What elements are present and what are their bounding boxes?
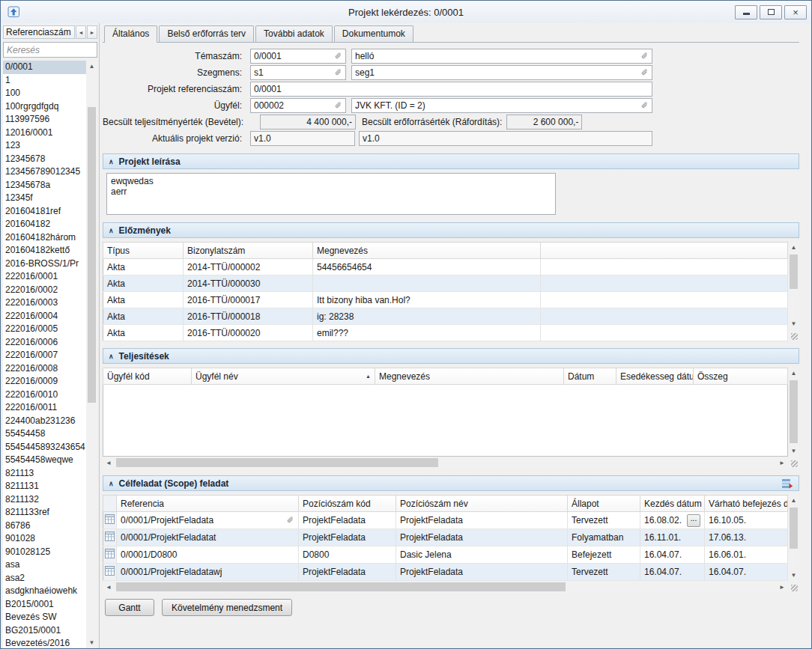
list-item[interactable]: 12016/0001 xyxy=(3,127,86,140)
celfeladat-hscrollbar[interactable]: ◄ ► xyxy=(103,581,788,593)
resize-grip[interactable] xyxy=(788,581,799,593)
maximize-button[interactable] xyxy=(760,5,782,19)
column-header[interactable]: Megnevezés xyxy=(313,243,541,259)
scroll-up-icon[interactable]: ▲ xyxy=(788,368,799,379)
scrollbar-thumb[interactable] xyxy=(790,380,798,443)
column-header[interactable]: Pozíciószám név xyxy=(396,496,568,512)
resize-grip[interactable] xyxy=(788,329,799,341)
detail-grid-icon[interactable] xyxy=(105,516,115,526)
list-item[interactable]: 222016/0011 xyxy=(3,401,86,415)
table-row[interactable]: Akta 2016-TTÜ/000018 ig: 28238 xyxy=(103,308,788,325)
verzio-field-2[interactable]: v1.0 xyxy=(359,131,652,146)
scrollbar-thumb[interactable] xyxy=(790,508,798,549)
scrollbar-track[interactable] xyxy=(86,72,97,637)
list-item[interactable]: 1 xyxy=(3,74,86,88)
teljesitesek-scrollbar[interactable]: ▲ ▼ xyxy=(788,368,799,469)
list-item[interactable]: 222016/0010 xyxy=(3,389,86,402)
column-header-sorted[interactable]: Ügyfél név ▲ xyxy=(192,368,375,385)
paperclip-icon[interactable] xyxy=(640,69,649,77)
export-grid-icon[interactable] xyxy=(781,478,793,489)
ugyfel-name-field[interactable]: JVK KFT. (ID = 2) xyxy=(351,98,652,113)
list-item[interactable]: 12345f xyxy=(3,192,86,205)
list-item[interactable]: 8211131 xyxy=(3,480,86,493)
list-item[interactable]: 12345678 xyxy=(3,153,86,166)
scroll-up-icon[interactable]: ▲ xyxy=(86,61,97,72)
list-item[interactable]: asa xyxy=(3,558,86,572)
table-row[interactable]: Akta 2016-TTÜ/000017 Itt bizony hiba van… xyxy=(103,292,788,308)
collapse-icon[interactable]: ∧ xyxy=(109,158,114,165)
list-item[interactable]: Bevezetés/2016 xyxy=(3,637,86,648)
list-item[interactable]: 222016/0002 xyxy=(3,284,86,297)
column-scroll-left-button[interactable]: ◄ xyxy=(76,25,86,39)
minimize-button[interactable] xyxy=(735,5,757,19)
gantt-button[interactable]: Gantt xyxy=(105,599,154,616)
column-header[interactable]: Állapot xyxy=(568,496,640,512)
celfeladat-scrollbar[interactable]: ▲ ▼ xyxy=(788,495,799,593)
scroll-left-icon[interactable]: ◄ xyxy=(103,581,115,593)
list-item[interactable]: asdgknhaéiowehk xyxy=(3,585,86,598)
column-header[interactable]: Kezdés dátum xyxy=(640,496,705,512)
column-header[interactable]: Referencia xyxy=(117,496,299,512)
szegmens-name-field[interactable]: seg1 xyxy=(351,65,652,80)
list-item[interactable]: Bevezés SW xyxy=(3,611,86,624)
list-item[interactable]: 222016/0004 xyxy=(3,310,86,323)
kovetelmeny-menedzsment-button[interactable]: Követelmény menedzsment xyxy=(162,599,292,616)
list-item[interactable]: asa2 xyxy=(3,572,86,585)
scroll-right-icon[interactable]: ► xyxy=(776,457,788,469)
table-row[interactable]: Akta 2014-TTÜ/000030 xyxy=(103,275,788,292)
column-header-empty[interactable] xyxy=(541,243,788,259)
scroll-down-icon[interactable]: ▼ xyxy=(788,445,799,457)
paperclip-icon[interactable] xyxy=(640,52,649,61)
tab[interactable]: További adatok xyxy=(255,25,333,42)
paperclip-icon[interactable] xyxy=(334,102,342,110)
column-header[interactable]: Várható befejezés d xyxy=(705,496,788,512)
column-header[interactable]: Esedékesseg dátum xyxy=(616,368,694,385)
temaszam-name-field[interactable]: helló xyxy=(351,49,652,64)
teljesitesek-hscrollbar[interactable]: ◄ ► xyxy=(103,457,788,469)
list-item[interactable]: BG2015/0001 xyxy=(3,624,86,638)
list-item[interactable]: 222016/0007 xyxy=(3,349,86,362)
list-item[interactable]: 8211133ref xyxy=(3,506,86,519)
list-item[interactable]: 55454458 xyxy=(3,427,86,441)
list-item[interactable]: 201604182 xyxy=(3,218,86,231)
section-header-celfeladat[interactable]: ∧ Célfeladat (Scope) feladat xyxy=(103,475,799,491)
paperclip-icon[interactable] xyxy=(640,102,649,110)
list-item[interactable]: 201604182három xyxy=(3,231,86,245)
table-row[interactable]: Akta 2016-TTÜ/000020 emil??? xyxy=(103,325,788,341)
scroll-up-icon[interactable]: ▲ xyxy=(788,242,799,253)
becsult-raforditas-field[interactable]: 2 600 000,- xyxy=(506,115,582,130)
resize-grip[interactable] xyxy=(788,457,799,469)
table-row[interactable]: 0/0001/ProjektFeladatat ProjektFeladata … xyxy=(103,529,788,546)
scrollbar-thumb[interactable] xyxy=(88,107,96,403)
column-header[interactable]: Típus xyxy=(103,243,184,259)
list-item[interactable]: 201604181ref xyxy=(3,205,86,219)
column-header[interactable]: Ügyfél kód xyxy=(103,368,192,385)
detail-grid-icon[interactable] xyxy=(105,567,115,578)
scrollbar-thumb[interactable] xyxy=(116,582,566,591)
list-item[interactable]: 222016/0001 xyxy=(3,270,86,284)
project-description-field[interactable]: ewqwedas aerr xyxy=(106,173,556,215)
detail-grid-icon[interactable] xyxy=(105,533,115,543)
column-header[interactable]: Összeg xyxy=(694,368,788,385)
collapse-icon[interactable]: ∧ xyxy=(109,353,114,360)
table-row[interactable]: 0/0001/ProjektFeladatawj ProjektFeladata… xyxy=(103,564,788,581)
list-item[interactable]: 2016-BROSS/1/Pr xyxy=(3,258,86,271)
list-item[interactable]: 5545445893243654 xyxy=(3,441,86,454)
list-item[interactable]: 224400ab231236 xyxy=(3,415,86,428)
collapse-icon[interactable]: ∧ xyxy=(109,480,114,487)
scrollbar-thumb[interactable] xyxy=(790,255,798,289)
list-item[interactable]: 113997596 xyxy=(3,113,86,127)
paperclip-icon[interactable] xyxy=(334,52,342,61)
ellipsis-button[interactable]: ... xyxy=(687,514,700,527)
scroll-down-icon[interactable]: ▼ xyxy=(788,318,799,329)
scroll-left-icon[interactable]: ◄ xyxy=(103,457,115,469)
becsult-bevetel-field[interactable]: 4 400 000,- xyxy=(260,115,356,130)
szegmens-code-field[interactable]: s1 xyxy=(250,65,346,80)
column-header[interactable]: Pozíciószám kód xyxy=(299,496,396,512)
scroll-down-icon[interactable]: ▼ xyxy=(788,570,799,581)
column-scroll-right-button[interactable]: ► xyxy=(87,25,97,39)
list-item[interactable]: 12345678a xyxy=(3,179,86,192)
list-item[interactable]: 222016/0003 xyxy=(3,296,86,310)
section-header-elozmenyek[interactable]: ∧ Előzmények xyxy=(103,222,799,238)
column-header-empty[interactable] xyxy=(103,496,117,512)
